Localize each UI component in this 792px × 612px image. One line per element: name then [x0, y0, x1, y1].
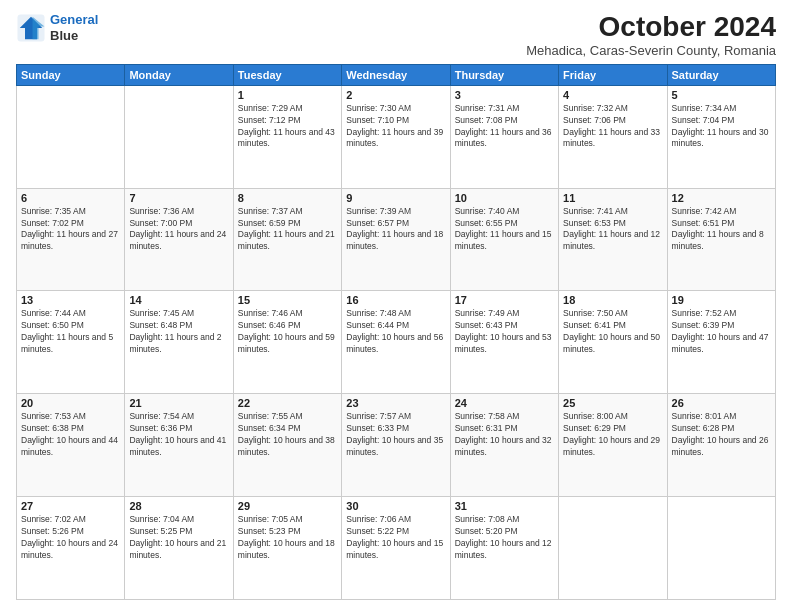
day-number: 20 — [21, 397, 120, 409]
cell-content: Sunrise: 7:32 AM Sunset: 7:06 PM Dayligh… — [563, 103, 662, 151]
cell-2-0: 13Sunrise: 7:44 AM Sunset: 6:50 PM Dayli… — [17, 291, 125, 394]
day-number: 4 — [563, 89, 662, 101]
day-number: 22 — [238, 397, 337, 409]
cell-3-6: 26Sunrise: 8:01 AM Sunset: 6:28 PM Dayli… — [667, 394, 775, 497]
cell-1-3: 9Sunrise: 7:39 AM Sunset: 6:57 PM Daylig… — [342, 188, 450, 291]
cell-3-5: 25Sunrise: 8:00 AM Sunset: 6:29 PM Dayli… — [559, 394, 667, 497]
cell-content: Sunrise: 7:04 AM Sunset: 5:25 PM Dayligh… — [129, 514, 228, 562]
day-number: 7 — [129, 192, 228, 204]
day-number: 10 — [455, 192, 554, 204]
cell-0-2: 1Sunrise: 7:29 AM Sunset: 7:12 PM Daylig… — [233, 85, 341, 188]
logo: General Blue — [16, 12, 98, 43]
day-number: 21 — [129, 397, 228, 409]
logo-text: General Blue — [50, 12, 98, 43]
cell-content: Sunrise: 7:36 AM Sunset: 7:00 PM Dayligh… — [129, 206, 228, 254]
cell-content: Sunrise: 7:54 AM Sunset: 6:36 PM Dayligh… — [129, 411, 228, 459]
day-number: 11 — [563, 192, 662, 204]
cell-content: Sunrise: 7:06 AM Sunset: 5:22 PM Dayligh… — [346, 514, 445, 562]
week-row-5: 27Sunrise: 7:02 AM Sunset: 5:26 PM Dayli… — [17, 497, 776, 600]
cell-content: Sunrise: 7:46 AM Sunset: 6:46 PM Dayligh… — [238, 308, 337, 356]
cell-content: Sunrise: 7:41 AM Sunset: 6:53 PM Dayligh… — [563, 206, 662, 254]
cell-0-5: 4Sunrise: 7:32 AM Sunset: 7:06 PM Daylig… — [559, 85, 667, 188]
day-number: 12 — [672, 192, 771, 204]
header: General Blue October 2024 Mehadica, Cara… — [16, 12, 776, 58]
cell-content: Sunrise: 7:49 AM Sunset: 6:43 PM Dayligh… — [455, 308, 554, 356]
cell-0-4: 3Sunrise: 7:31 AM Sunset: 7:08 PM Daylig… — [450, 85, 558, 188]
col-thursday: Thursday — [450, 64, 558, 85]
cell-content: Sunrise: 7:52 AM Sunset: 6:39 PM Dayligh… — [672, 308, 771, 356]
day-number: 9 — [346, 192, 445, 204]
cell-content: Sunrise: 7:31 AM Sunset: 7:08 PM Dayligh… — [455, 103, 554, 151]
cell-3-3: 23Sunrise: 7:57 AM Sunset: 6:33 PM Dayli… — [342, 394, 450, 497]
day-number: 16 — [346, 294, 445, 306]
day-number: 18 — [563, 294, 662, 306]
cell-4-4: 31Sunrise: 7:08 AM Sunset: 5:20 PM Dayli… — [450, 497, 558, 600]
cell-content: Sunrise: 7:30 AM Sunset: 7:10 PM Dayligh… — [346, 103, 445, 151]
week-row-1: 1Sunrise: 7:29 AM Sunset: 7:12 PM Daylig… — [17, 85, 776, 188]
day-number: 13 — [21, 294, 120, 306]
cell-content: Sunrise: 7:35 AM Sunset: 7:02 PM Dayligh… — [21, 206, 120, 254]
cell-content: Sunrise: 7:34 AM Sunset: 7:04 PM Dayligh… — [672, 103, 771, 151]
col-saturday: Saturday — [667, 64, 775, 85]
cell-0-6: 5Sunrise: 7:34 AM Sunset: 7:04 PM Daylig… — [667, 85, 775, 188]
day-number: 27 — [21, 500, 120, 512]
cell-content: Sunrise: 7:57 AM Sunset: 6:33 PM Dayligh… — [346, 411, 445, 459]
cell-2-6: 19Sunrise: 7:52 AM Sunset: 6:39 PM Dayli… — [667, 291, 775, 394]
cell-0-1 — [125, 85, 233, 188]
cell-content: Sunrise: 7:37 AM Sunset: 6:59 PM Dayligh… — [238, 206, 337, 254]
cell-content: Sunrise: 7:58 AM Sunset: 6:31 PM Dayligh… — [455, 411, 554, 459]
day-number: 28 — [129, 500, 228, 512]
cell-3-0: 20Sunrise: 7:53 AM Sunset: 6:38 PM Dayli… — [17, 394, 125, 497]
col-friday: Friday — [559, 64, 667, 85]
week-row-2: 6Sunrise: 7:35 AM Sunset: 7:02 PM Daylig… — [17, 188, 776, 291]
cell-2-2: 15Sunrise: 7:46 AM Sunset: 6:46 PM Dayli… — [233, 291, 341, 394]
cell-content: Sunrise: 7:48 AM Sunset: 6:44 PM Dayligh… — [346, 308, 445, 356]
col-wednesday: Wednesday — [342, 64, 450, 85]
cell-2-5: 18Sunrise: 7:50 AM Sunset: 6:41 PM Dayli… — [559, 291, 667, 394]
day-number: 2 — [346, 89, 445, 101]
cell-4-0: 27Sunrise: 7:02 AM Sunset: 5:26 PM Dayli… — [17, 497, 125, 600]
cell-content: Sunrise: 7:05 AM Sunset: 5:23 PM Dayligh… — [238, 514, 337, 562]
calendar: Sunday Monday Tuesday Wednesday Thursday… — [16, 64, 776, 600]
cell-1-4: 10Sunrise: 7:40 AM Sunset: 6:55 PM Dayli… — [450, 188, 558, 291]
day-number: 29 — [238, 500, 337, 512]
day-number: 3 — [455, 89, 554, 101]
cell-1-5: 11Sunrise: 7:41 AM Sunset: 6:53 PM Dayli… — [559, 188, 667, 291]
day-number: 14 — [129, 294, 228, 306]
page: General Blue October 2024 Mehadica, Cara… — [0, 0, 792, 612]
day-number: 31 — [455, 500, 554, 512]
col-sunday: Sunday — [17, 64, 125, 85]
cell-content: Sunrise: 7:53 AM Sunset: 6:38 PM Dayligh… — [21, 411, 120, 459]
week-row-3: 13Sunrise: 7:44 AM Sunset: 6:50 PM Dayli… — [17, 291, 776, 394]
cell-content: Sunrise: 7:40 AM Sunset: 6:55 PM Dayligh… — [455, 206, 554, 254]
cell-0-0 — [17, 85, 125, 188]
cell-content: Sunrise: 7:08 AM Sunset: 5:20 PM Dayligh… — [455, 514, 554, 562]
title-block: October 2024 Mehadica, Caras-Severin Cou… — [526, 12, 776, 58]
day-number: 19 — [672, 294, 771, 306]
cell-1-6: 12Sunrise: 7:42 AM Sunset: 6:51 PM Dayli… — [667, 188, 775, 291]
cell-content: Sunrise: 8:00 AM Sunset: 6:29 PM Dayligh… — [563, 411, 662, 459]
logo-line2: Blue — [50, 28, 98, 44]
cell-content: Sunrise: 7:02 AM Sunset: 5:26 PM Dayligh… — [21, 514, 120, 562]
week-row-4: 20Sunrise: 7:53 AM Sunset: 6:38 PM Dayli… — [17, 394, 776, 497]
logo-line1: General — [50, 12, 98, 27]
cell-content: Sunrise: 7:45 AM Sunset: 6:48 PM Dayligh… — [129, 308, 228, 356]
day-number: 24 — [455, 397, 554, 409]
cell-3-2: 22Sunrise: 7:55 AM Sunset: 6:34 PM Dayli… — [233, 394, 341, 497]
day-number: 26 — [672, 397, 771, 409]
cell-content: Sunrise: 8:01 AM Sunset: 6:28 PM Dayligh… — [672, 411, 771, 459]
cell-content: Sunrise: 7:50 AM Sunset: 6:41 PM Dayligh… — [563, 308, 662, 356]
cell-2-3: 16Sunrise: 7:48 AM Sunset: 6:44 PM Dayli… — [342, 291, 450, 394]
calendar-header-row: Sunday Monday Tuesday Wednesday Thursday… — [17, 64, 776, 85]
cell-1-0: 6Sunrise: 7:35 AM Sunset: 7:02 PM Daylig… — [17, 188, 125, 291]
page-subtitle: Mehadica, Caras-Severin County, Romania — [526, 43, 776, 58]
cell-2-4: 17Sunrise: 7:49 AM Sunset: 6:43 PM Dayli… — [450, 291, 558, 394]
cell-3-4: 24Sunrise: 7:58 AM Sunset: 6:31 PM Dayli… — [450, 394, 558, 497]
col-monday: Monday — [125, 64, 233, 85]
cell-4-6 — [667, 497, 775, 600]
cell-1-1: 7Sunrise: 7:36 AM Sunset: 7:00 PM Daylig… — [125, 188, 233, 291]
logo-icon — [16, 13, 46, 43]
cell-content: Sunrise: 7:44 AM Sunset: 6:50 PM Dayligh… — [21, 308, 120, 356]
day-number: 5 — [672, 89, 771, 101]
cell-1-2: 8Sunrise: 7:37 AM Sunset: 6:59 PM Daylig… — [233, 188, 341, 291]
